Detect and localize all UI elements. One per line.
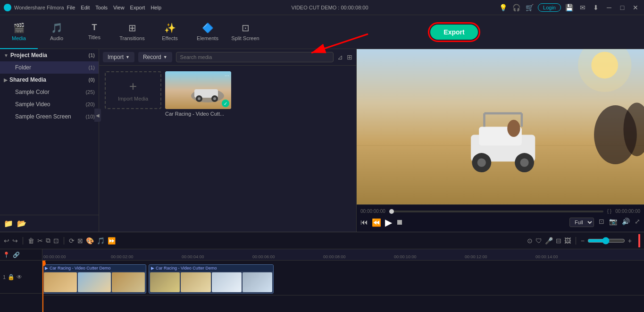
svg-point-24: [507, 120, 520, 137]
stop-button[interactable]: ⏹: [396, 218, 403, 227]
main-area: ▼ Project Media (1) Folder (1) ▶ Shared …: [0, 49, 644, 232]
save-icon[interactable]: 💾: [565, 3, 574, 12]
login-button[interactable]: Login: [538, 3, 561, 12]
pip-icon[interactable]: 🖼: [564, 237, 571, 245]
quality-select[interactable]: Full 1/2 1/4: [569, 218, 594, 227]
sample-green-screen-item[interactable]: Sample Green Screen (10): [0, 110, 99, 123]
toolbar-elements[interactable]: 🔷 Elements: [189, 15, 226, 49]
delete-button[interactable]: 🗑: [28, 237, 34, 245]
crop-button[interactable]: ⊠: [77, 237, 83, 245]
undo-button[interactable]: ↩: [4, 237, 9, 245]
progress-handle[interactable]: [389, 209, 394, 214]
minimize-button[interactable]: ─: [604, 3, 614, 12]
toolbar-effects[interactable]: ✨ Effects: [151, 15, 189, 49]
ruler-mark-7: 00:00:14:00: [535, 254, 558, 259]
search-input[interactable]: [176, 52, 334, 62]
timeline-link-icon[interactable]: 🔗: [13, 252, 20, 258]
toolbar-split-screen[interactable]: ⊡ Split Screen: [226, 15, 264, 49]
menu-help[interactable]: Help: [151, 5, 161, 10]
bulb-icon[interactable]: 💡: [498, 3, 508, 12]
sample-video-item[interactable]: Sample Video (20): [0, 98, 99, 110]
menu-view[interactable]: View: [113, 5, 125, 10]
cart-icon[interactable]: 🛒: [525, 3, 534, 12]
track-visibility-icon[interactable]: 👁: [17, 274, 22, 280]
external-monitor-icon[interactable]: ⊡: [599, 218, 604, 227]
clip-label-1: Car Racing - Video Cutter Demo: [50, 266, 110, 270]
import-button[interactable]: Import ▼: [103, 52, 134, 62]
voiceover-icon[interactable]: 🎤: [545, 237, 553, 245]
ruler-mark-5: 00:00:10:00: [394, 254, 417, 259]
record-button[interactable]: Record ▼: [138, 52, 172, 62]
clip-header-2: ▶ Car Racing - Video Cutter Demo: [149, 265, 273, 271]
clip-frame-2a: [150, 272, 180, 292]
folder-item[interactable]: Folder (1): [0, 61, 99, 74]
import-media-button[interactable]: + Import Media: [105, 71, 161, 109]
sample-color-item[interactable]: Sample Color (25): [0, 86, 99, 98]
menu-file[interactable]: File: [67, 5, 75, 10]
download-icon[interactable]: ⬇: [591, 3, 601, 12]
message-icon[interactable]: ✉: [578, 3, 587, 12]
playhead: [42, 261, 43, 312]
timeline-tracks: ▶ Car Racing - Video Cutter Demo ▶: [42, 261, 644, 297]
toolbar-titles[interactable]: T Titles: [75, 15, 113, 49]
copy-button[interactable]: ⧉: [46, 236, 50, 245]
snapshot-icon[interactable]: 📷: [609, 218, 617, 227]
menu-export[interactable]: Export: [130, 5, 145, 10]
close-button[interactable]: ✕: [631, 3, 640, 12]
timeline-clip-1[interactable]: ▶ Car Racing - Video Cutter Demo: [42, 264, 146, 294]
redo-button[interactable]: ↪: [12, 237, 18, 245]
filter-icon[interactable]: ⊿: [337, 53, 343, 61]
shared-media-item[interactable]: ▶ Shared Media (0): [0, 74, 99, 86]
toolbar-transitions[interactable]: ⊞ Transitions: [113, 15, 151, 49]
export-button[interactable]: Export: [430, 25, 477, 40]
titlebar-left: Wondershare Filmora File Edit Tools View…: [4, 4, 161, 11]
headphone-icon[interactable]: 🎧: [511, 3, 521, 12]
zoom-out-button[interactable]: −: [581, 237, 585, 245]
plus-icon: +: [129, 79, 137, 94]
subtitle-icon[interactable]: ⊟: [556, 237, 561, 245]
record-chevron: ▼: [163, 55, 167, 59]
import-file-icon[interactable]: 📂: [17, 219, 26, 228]
rotate-button[interactable]: ⟳: [69, 237, 75, 245]
color-button[interactable]: 🎨: [86, 237, 94, 245]
zoom-slider[interactable]: [587, 237, 625, 245]
speed-button[interactable]: ⏩: [108, 237, 116, 245]
cut-button[interactable]: ✂: [37, 237, 43, 245]
menu-tools[interactable]: Tools: [95, 5, 108, 10]
media-item[interactable]: ✓ ⋯ Car Racing - Video Cutt...: [165, 71, 231, 117]
motion-track-icon[interactable]: ⊙: [527, 237, 533, 245]
elements-icon: 🔷: [202, 22, 214, 34]
track-labels: 📍 🔗 1 🔒 👁: [0, 249, 42, 312]
ruler-mark-6: 00:00:12:00: [465, 254, 487, 259]
expand-preview-icon[interactable]: ⤢: [635, 218, 640, 227]
step-back-button[interactable]: ⏮: [360, 218, 368, 227]
project-media-item[interactable]: ▼ Project Media (1): [0, 49, 99, 61]
toolbar-audio[interactable]: 🎵 Audio: [38, 15, 75, 49]
view-mode-icon[interactable]: ⊞: [347, 53, 352, 61]
progress-track[interactable]: [389, 211, 603, 212]
media-more-icon[interactable]: ⋯: [225, 73, 229, 78]
timeline-toolbar: ↩ ↪ 🗑 ✂ ⧉ ⊡ ⟳ ⊠ 🎨 🎵 ⏩ ⊙ 🛡 🎤 ⊟ 🖼 − +: [0, 232, 644, 249]
timeline-clip-2[interactable]: ▶ Car Racing - Video Cutter Demo: [149, 264, 274, 294]
audio-icon-preview[interactable]: 🔊: [622, 218, 630, 227]
audio-clip-button[interactable]: 🎵: [97, 237, 105, 245]
panel-collapse-btn[interactable]: ◀: [94, 109, 101, 122]
new-folder-icon[interactable]: 📁: [4, 219, 13, 228]
sticker-icon[interactable]: 🛡: [535, 237, 542, 245]
zoom-fit-button[interactable]: ⊡: [53, 237, 59, 245]
toolbar-media[interactable]: 🎬 Media: [0, 15, 38, 49]
zoom-in-button[interactable]: +: [628, 237, 632, 245]
video-track-label: 1 🔒 👁: [0, 261, 42, 294]
play-button[interactable]: ▶: [385, 217, 392, 228]
clip-frame: [44, 272, 77, 292]
ruler-mark-0: 00:00:00:00: [43, 254, 66, 259]
titlebar-right: 💡 🎧 🛒 Login 💾 ✉ ⬇ ─ □ ✕: [498, 3, 640, 12]
track-lock-icon[interactable]: 🔒: [8, 274, 15, 280]
playback-controls: ⏮ ⏪ ▶ ⏹ Full 1/2 1/4 ⊡ 📷 🔊 ⤢: [360, 217, 640, 228]
track-number: 1: [3, 274, 6, 280]
frame-back-button[interactable]: ⏪: [372, 218, 381, 227]
menu-edit[interactable]: Edit: [81, 5, 90, 10]
timeline-header-controls: 📍 🔗: [0, 249, 42, 261]
add-marker-icon[interactable]: 📍: [3, 252, 10, 258]
maximize-button[interactable]: □: [618, 3, 627, 12]
